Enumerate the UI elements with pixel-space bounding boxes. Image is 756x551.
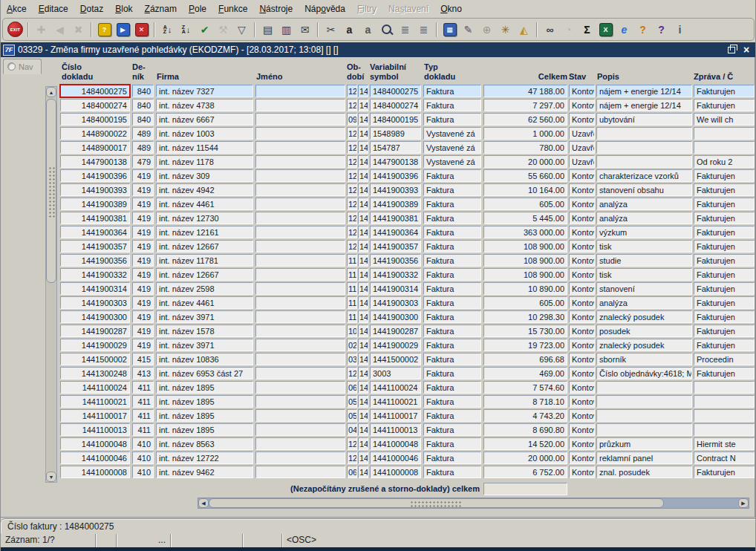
restore-button[interactable] [726,45,737,55]
cell-variabilni-symbol[interactable]: 1548989 [370,127,421,140]
cell-obdobi-mesic[interactable]: 06 [347,381,357,394]
cell-obdobi-rok[interactable]: 14 [358,409,368,422]
vertical-scroll-thumb[interactable] [46,99,56,283]
cell-typ-dokladu[interactable]: Faktura [423,212,481,224]
cell-obdobi-rok[interactable]: 14 [358,226,368,238]
scroll-left-button[interactable]: ◀ [198,498,209,508]
cell-variabilni-symbol[interactable]: 1441100024 [370,381,421,394]
cell-cislo-dokladu[interactable]: 1441900381 [60,212,130,224]
cell-obdobi-mesic[interactable]: 12 [347,198,357,210]
cell-zprava[interactable] [694,409,755,422]
cell-cislo-dokladu[interactable]: 1441900303 [60,296,130,309]
cell-cislo-dokladu[interactable]: 1441900364 [60,226,130,238]
cell-zprava[interactable]: We will ch [694,113,755,125]
cell-cislo-dokladu[interactable]: 1484000275 [60,85,130,97]
cell-denik[interactable]: 489 [132,141,154,154]
cell-typ-dokladu[interactable]: Faktura [423,268,481,281]
cell-zprava[interactable] [694,127,755,140]
cell-stav[interactable]: Kontová [569,423,595,436]
cell-variabilni-symbol[interactable]: 1441000048 [370,437,421,450]
cell-variabilni-symbol[interactable]: 1441500002 [370,353,421,365]
cell-firma[interactable]: int. název 4461 [156,198,253,210]
cell-stav[interactable]: Kontová [569,381,595,394]
cell-obdobi-rok[interactable]: 14 [358,381,368,394]
cell-denik[interactable]: 419 [132,212,154,224]
cell-celkem[interactable]: 62 560.00 [483,113,567,125]
menu-funkce[interactable]: Funkce [212,1,253,16]
cell-jmeno[interactable] [255,466,345,478]
cell-jmeno[interactable] [255,437,345,450]
cell-jmeno[interactable] [255,141,345,154]
cell-firma[interactable]: int. název 12722 [156,451,253,464]
cell-stav[interactable]: Kontová [569,367,595,379]
organizer-icon[interactable]: ▦ [440,21,459,39]
cell-denik[interactable]: 411 [132,423,154,436]
cell-stav[interactable]: Kontová [569,437,595,450]
commit-check-icon[interactable]: ✔ [195,21,214,39]
cell-zprava[interactable]: Fakturujen [694,367,755,379]
cell-denik[interactable]: 410 [132,437,154,450]
cell-obdobi-mesic[interactable]: 06 [347,466,357,478]
cell-celkem[interactable]: 47 188.00 [483,85,567,97]
cell-zprava[interactable] [694,395,755,408]
cell-zprava[interactable]: Contract N [694,451,755,464]
cell-obdobi-rok[interactable]: 14 [358,296,368,309]
cell-obdobi-mesic[interactable]: 11 [347,282,357,295]
cell-jmeno[interactable] [255,409,345,422]
cell-stav[interactable]: Kontová [569,183,595,196]
cell-jmeno[interactable] [255,99,345,111]
cell-typ-dokladu[interactable]: Faktura [423,367,481,379]
menu-okno[interactable]: Okno [434,1,468,16]
cell-denik[interactable]: 411 [132,381,154,394]
cell-cislo-dokladu[interactable]: 1448900022 [60,127,130,140]
cell-firma[interactable]: int. název 12161 [156,226,253,238]
cell-variabilni-symbol[interactable]: 1441900396 [370,169,421,182]
browser-icon[interactable]: e [615,21,633,39]
cell-jmeno[interactable] [255,240,345,252]
cell-stav[interactable]: Kontová [569,409,595,422]
cell-jmeno[interactable] [255,339,345,351]
cell-denik[interactable]: 419 [132,169,154,182]
cell-denik[interactable]: 419 [132,254,154,267]
cell-stav[interactable]: Kontová [569,254,595,267]
cell-jmeno[interactable] [255,127,345,140]
cell-cislo-dokladu[interactable]: 1441900300 [60,310,130,323]
cell-denik[interactable]: 840 [132,113,154,125]
cell-celkem[interactable]: 696.68 [483,353,567,365]
cell-denik[interactable]: 411 [132,395,154,408]
cell-celkem[interactable]: 108 900.00 [483,268,567,281]
cell-variabilni-symbol[interactable]: 1441900314 [370,282,421,295]
cell-celkem[interactable]: 4 743.20 [483,409,567,422]
cell-obdobi-mesic[interactable]: 11 [347,310,357,323]
nav-tab[interactable]: Nav [3,59,42,74]
cell-stav[interactable]: Kontová [569,395,595,408]
tree-view-icon[interactable]: ≣ [396,21,414,39]
cell-obdobi-rok[interactable]: 14 [358,268,368,281]
cell-variabilni-symbol[interactable]: 1441900357 [370,240,421,252]
cell-denik[interactable]: 415 [132,353,154,365]
cell-denik[interactable]: 410 [132,451,154,464]
cell-obdobi-mesic[interactable]: 11 [347,268,357,281]
prism-icon[interactable]: ◭ [515,21,533,39]
cell-zprava[interactable]: Fakturujen [694,183,755,196]
cell-zprava[interactable]: Fakturujen [694,85,755,97]
cell-typ-dokladu[interactable]: Faktura [423,353,481,365]
cell-denik[interactable]: 410 [132,466,154,478]
cell-obdobi-rok[interactable]: 14 [358,155,368,168]
excel-icon[interactable]: X [596,21,615,39]
cell-firma[interactable]: int. název 8563 [156,437,253,450]
help-icon[interactable]: ? [652,21,671,39]
cell-obdobi-rok[interactable]: 14 [358,212,368,224]
cell-zprava[interactable]: Fakturujen [694,282,755,295]
cell-variabilni-symbol[interactable]: 1441000008 [370,466,421,478]
cell-denik[interactable]: 419 [132,310,154,323]
cell-popis[interactable]: znalecký posudek [596,310,692,323]
cell-obdobi-rok[interactable]: 14 [358,367,368,379]
cell-obdobi-rok[interactable]: 14 [358,353,368,365]
cell-typ-dokladu[interactable]: Faktura [423,113,481,125]
cell-stav[interactable]: Uzavřen [569,141,595,154]
cut-icon[interactable]: ✂ [322,21,340,39]
filter-funnel-icon[interactable]: ▽ [232,21,251,39]
cell-typ-dokladu[interactable]: Faktura [423,466,481,478]
cell-popis[interactable]: analýza [596,296,692,309]
